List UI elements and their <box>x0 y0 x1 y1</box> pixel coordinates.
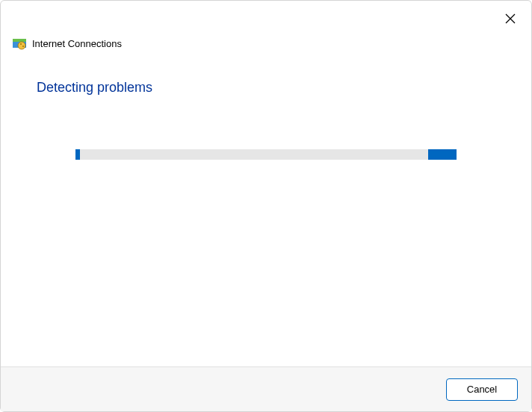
close-icon <box>505 13 516 24</box>
progress-chunk <box>75 149 80 160</box>
window-title: Internet Connections <box>32 38 122 49</box>
progress-container <box>37 149 495 160</box>
progress-bar <box>75 149 457 160</box>
svg-point-5 <box>20 43 22 45</box>
dialog-footer: Cancel <box>1 366 531 411</box>
window-header: Internet Connections <box>1 1 531 50</box>
content-area: Detecting problems <box>1 50 531 366</box>
cancel-button[interactable]: Cancel <box>446 378 518 401</box>
svg-point-6 <box>22 46 24 47</box>
svg-rect-3 <box>13 39 26 42</box>
troubleshooter-window: Internet Connections Detecting problems … <box>0 0 532 412</box>
close-button[interactable] <box>500 8 521 29</box>
internet-connections-icon <box>13 37 26 50</box>
progress-chunk <box>428 149 457 160</box>
page-heading: Detecting problems <box>37 80 495 96</box>
svg-point-4 <box>18 42 25 49</box>
